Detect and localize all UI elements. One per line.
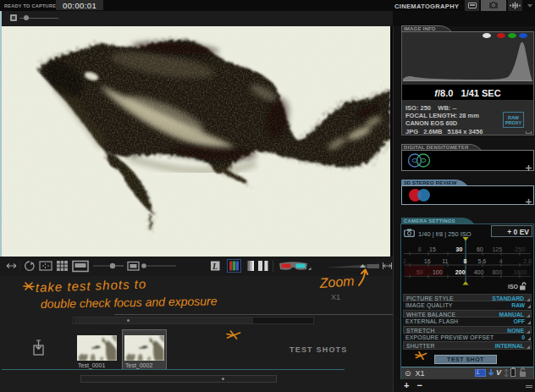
svg-text:30: 30 [456,246,463,252]
svg-text:11: 11 [442,258,448,264]
svg-text:5.6: 5.6 [478,258,487,264]
svg-text:1600: 1600 [514,269,527,275]
svg-text:8: 8 [418,246,422,252]
svg-text:125: 125 [492,246,502,252]
svg-text:Zoom: Zoom [318,273,355,290]
svg-text:200: 200 [455,269,466,275]
svg-text:16: 16 [424,258,431,264]
svg-text:50: 50 [416,269,423,275]
svg-text:100: 100 [433,269,443,275]
svg-text:double check focus and exposur: double check focus and exposure [41,294,218,311]
svg-text:800: 800 [492,269,502,275]
svg-text:250: 250 [515,246,525,252]
svg-text:2.8: 2.8 [523,258,532,264]
svg-text:60: 60 [477,246,483,252]
svg-text:4: 4 [499,258,503,264]
svg-text:15: 15 [429,246,436,252]
svg-text:400: 400 [474,269,484,275]
svg-text:8: 8 [464,258,467,264]
svg-text:take test shots to: take test shots to [36,276,147,295]
svg-text:2: 2 [403,258,406,264]
